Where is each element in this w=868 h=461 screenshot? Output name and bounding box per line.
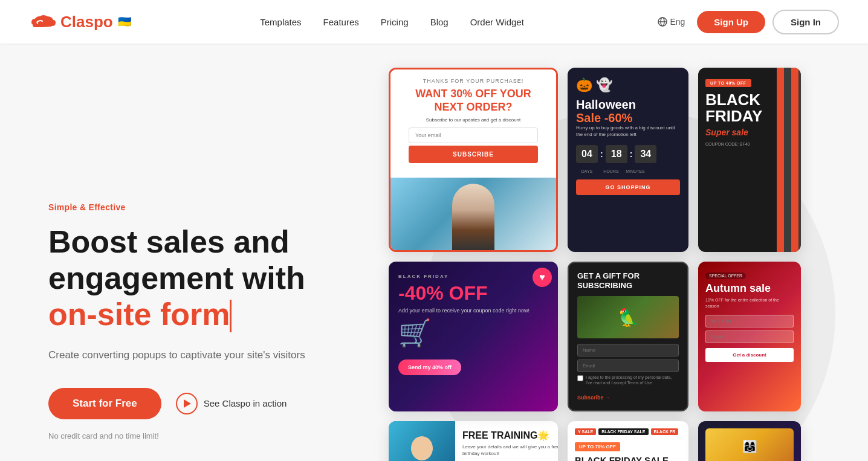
nav-pricing[interactable]: Pricing [381, 17, 409, 27]
halloween-timer: 04 : 18 : 34 [576, 145, 680, 163]
heart-icon: ♥ [533, 268, 552, 287]
logo-text: Claspo [60, 13, 113, 31]
off40-button[interactable]: Send my 40% off [398, 359, 461, 375]
main-nav: Templates Features Pricing Blog Order Wi… [260, 17, 524, 27]
hero-title-accent: on-site form [48, 297, 230, 332]
card-autumn: SPECIAL OFFER Autumn sale 10% OFF for th… [698, 262, 801, 411]
signin-button[interactable]: Sign In [772, 10, 839, 34]
label-days: DAYS [576, 169, 598, 173]
bf2-tag3: BLACK FR [651, 428, 679, 435]
halloween-title-block: Halloween Sale -60% [576, 98, 680, 124]
bf2-tag1: Y SALE [575, 428, 596, 435]
want30-email-input[interactable] [409, 127, 538, 143]
timer-hours: 18 [606, 145, 627, 163]
bf2-sale-tags: Y SALE BLACK FRIDAY SALE BLACK FR [575, 428, 681, 435]
gift-image: 🦜 [577, 296, 679, 338]
want30-sub: Subscribe to our updates and get a disco… [400, 117, 546, 123]
halloween-title: Halloween Sale -60% [576, 98, 680, 124]
want30-subscribe-button[interactable]: SUBSCRIBE [409, 146, 538, 163]
autumn-badge: SPECIAL OFFER [705, 272, 746, 279]
nav-order-widget[interactable]: Order Widget [470, 17, 524, 27]
card-want30: THANKS FOR YOUR PURCHASE! WANT 30% OFF Y… [389, 68, 558, 252]
want30-title: WANT 30% OFF YOUR NEXT ORDER? [400, 88, 546, 114]
bf2-percent: UP TO 70% OFF [575, 442, 620, 451]
hero-cta: Start for Free See Claspo in action [48, 388, 338, 419]
want30-content: THANKS FOR YOUR PURCHASE! WANT 30% OFF Y… [390, 69, 556, 178]
want30-image [390, 178, 556, 250]
lang-label: Eng [670, 17, 685, 27]
nav-features[interactable]: Features [323, 17, 359, 27]
hero-section: Simple & Effective Boost sales and engag… [0, 44, 868, 461]
card-blackfriday: UP TO 40% OFF BLACK FRIDAY Super sale CO… [698, 68, 801, 252]
hero-subtitle: Create converting popups to captivate yo… [48, 347, 338, 363]
card-freetraining: FREE TRAINING🌟 Leave your details and we… [389, 421, 558, 461]
gift-subscribe-button[interactable]: Subscribe → [577, 395, 611, 401]
hero-visuals: THANKS FOR YOUR PURCHASE! WANT 30% OFF Y… [338, 68, 839, 461]
hero-note: No credit card and no time limit! [48, 431, 338, 440]
timer-minutes: 34 [635, 145, 656, 163]
card-birthday: 👩‍👩‍👧 SPECIAL OFFER BIRTHDAY GIFT Fill d… [698, 421, 801, 461]
signup-button[interactable]: Sign Up [697, 11, 765, 33]
bf-badge: UP TO 40% OFF [705, 79, 751, 87]
autumn-email-input[interactable] [705, 330, 794, 343]
halloween-button[interactable]: GO SHOPPING [576, 179, 680, 195]
card-40off: ♥ BLACK FRIDAY -40% OFF Add your email t… [389, 262, 558, 411]
off40-badge: BLACK FRIDAY [398, 274, 548, 279]
timer-colon2: : [630, 149, 633, 159]
card-gift: GET A GIFT FOR SUBSCRIBING 🦜 I agree to … [568, 262, 688, 411]
start-free-button[interactable]: Start for Free [48, 388, 161, 419]
halloween-sub: Hurry up to buy goods with a big discoun… [576, 124, 680, 138]
gift-email-input[interactable] [577, 359, 679, 372]
label-hours: HOURS [600, 169, 622, 173]
freetraining-image [389, 421, 455, 461]
watch-demo-button[interactable]: See Claspo in action [176, 393, 287, 414]
globe-icon [658, 17, 667, 27]
hero-title-line2: engagement with [48, 260, 305, 295]
freetraining-title: FREE TRAINING🌟 [462, 430, 558, 441]
logo-flag: 🇺🇦 [118, 15, 131, 28]
bf-stripes [777, 68, 801, 252]
want30-thanks: THANKS FOR YOUR PURCHASE! [400, 78, 546, 84]
freetraining-sub: Leave your details and we will give you … [462, 443, 558, 457]
svg-point-4 [411, 436, 433, 460]
nav-templates[interactable]: Templates [260, 17, 301, 27]
freetraining-content: FREE TRAINING🌟 Leave your details and we… [455, 421, 558, 461]
off40-heart: ♥ [533, 268, 552, 287]
autumn-title: Autumn sale [705, 283, 794, 295]
watch-label: See Claspo in action [204, 398, 287, 408]
gift-checkbox: I agree to the processing of my personal… [577, 375, 679, 385]
off40-sub: Add your email to receive your coupon co… [398, 308, 548, 314]
language-selector[interactable]: Eng [653, 15, 690, 29]
card-blackfriday2: Y SALE BLACK FRIDAY SALE BLACK FR UP TO … [568, 421, 688, 461]
timer-colon1: : [600, 149, 603, 159]
cursor [230, 300, 232, 332]
halloween-header: 🎃 👻 [576, 77, 680, 93]
navbar-actions: Eng Sign Up Sign In [653, 10, 839, 34]
halloween-emoji2: 👻 [596, 77, 612, 93]
card-halloween: 🎃 👻 Halloween Sale -60% Hurry up to buy … [568, 68, 688, 252]
halloween-emoji1: 🎃 [576, 77, 592, 93]
label-minutes: MINUTES [624, 169, 646, 173]
play-icon [176, 393, 198, 414]
hero-title: Boost sales and engagement with on-site … [48, 224, 338, 332]
logo[interactable]: Claspo 🇺🇦 [29, 13, 131, 31]
timer-days: 04 [576, 145, 598, 163]
off40-title: -40% OFF [398, 283, 548, 304]
bf2-tag2: BLACK FRIDAY SALE [598, 428, 648, 435]
gift-checkbox-input[interactable] [577, 375, 583, 381]
autumn-button[interactable]: Get a discount [705, 348, 794, 362]
hero-content: Simple & Effective Boost sales and engag… [48, 202, 338, 440]
play-triangle [184, 399, 191, 408]
gift-name-input[interactable] [577, 344, 679, 356]
hero-title-line1: Boost sales and [48, 224, 290, 259]
autumn-phone-input[interactable] [705, 315, 794, 327]
bf2-title: BLACK FRIDAY SALE [575, 455, 681, 461]
navbar: Claspo 🇺🇦 Templates Features Pricing Blo… [0, 0, 868, 44]
gift-checkbox-text: I agree to the processing of my personal… [586, 375, 679, 385]
autumn-sub: 10% OFF for the entire collection of the… [705, 297, 794, 309]
timer-labels: DAYS HOURS MINUTES [576, 169, 680, 173]
gift-title: GET A GIFT FOR SUBSCRIBING [577, 271, 679, 290]
birthday-image: 👩‍👩‍👧 [705, 428, 794, 461]
nav-blog[interactable]: Blog [430, 17, 449, 27]
popup-cards-grid: THANKS FOR YOUR PURCHASE! WANT 30% OFF Y… [389, 68, 801, 461]
